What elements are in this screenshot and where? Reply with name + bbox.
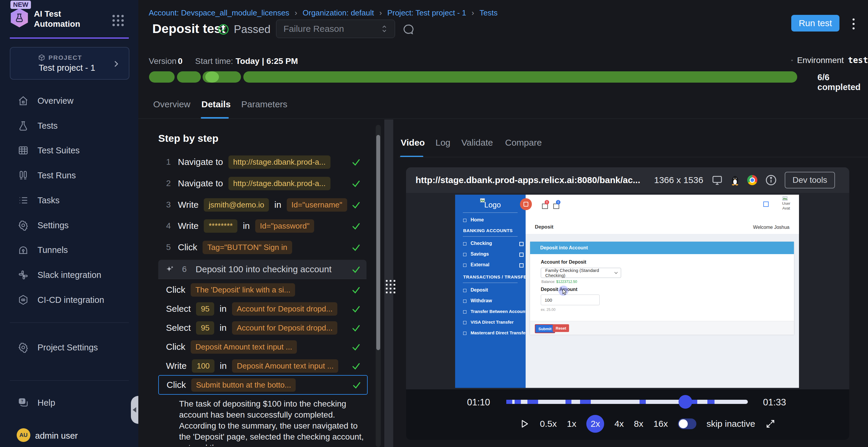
environment-value: test: [848, 55, 868, 65]
speed-1x[interactable]: 1x: [567, 419, 577, 429]
speed-2x-active[interactable]: 2x: [586, 415, 604, 433]
steps-scrollbar[interactable]: [376, 125, 381, 447]
skip-inactive-toggle[interactable]: [678, 418, 696, 429]
step-group-header[interactable]: 6 Deposit 100 into checking account: [158, 260, 367, 279]
app-launcher-icon[interactable]: [113, 15, 124, 26]
selector-chip: Deposit Amount text input ...: [191, 340, 297, 354]
user-avatar[interactable]: AU: [17, 428, 30, 442]
tab-log[interactable]: Log: [435, 138, 451, 148]
bank-content: Deposit into Account Account for Deposit…: [526, 234, 799, 388]
selector-chip: Account for Deposit dropd...: [232, 321, 337, 335]
timeline-marker: [515, 400, 521, 404]
scrollbar-thumb[interactable]: [376, 135, 380, 350]
progress-segment: [177, 71, 201, 82]
speed-0.5x[interactable]: 0.5x: [540, 419, 557, 429]
sidebar-item-test-runs[interactable]: Test Runs: [12, 166, 131, 185]
step-row-1[interactable]: 1 Navigate to http://stage.dbank.prod-a.…: [158, 153, 367, 171]
bank-nav-savings: Savings: [471, 251, 489, 257]
page-title: Deposit test: [152, 22, 225, 36]
bank-welcome-text: Welcome Joshua: [753, 225, 789, 230]
bank-logo: Logo: [484, 201, 501, 209]
substep-row-5[interactable]: Write 100 in Deposit Amount text input .…: [158, 357, 367, 375]
bank-page-title: Deposit: [535, 224, 553, 230]
breadcrumb-project[interactable]: Project: Test project - 1: [387, 8, 466, 18]
value-chip: http://stage.dbank.prod-a...: [228, 177, 331, 190]
project-name: Test project - 1: [39, 63, 95, 73]
substep-row-4[interactable]: Click Deposit Amount text input ...: [158, 338, 367, 356]
value-chip: jsmith@demo.io: [204, 198, 269, 212]
step-summary-text: The task of depositing $100 into the che…: [179, 398, 367, 446]
sidebar-item-settings[interactable]: Settings: [12, 216, 131, 235]
step-row-4[interactable]: 4 Write ******** in Id="password": [158, 217, 367, 235]
sidebar-collapse-handle[interactable]: [131, 396, 138, 424]
gear-icon: [18, 342, 29, 353]
more-options-icon[interactable]: [852, 19, 855, 29]
steps-heading: Step by step: [158, 133, 218, 144]
substep-row-3[interactable]: Select 95 in Account for Deposit dropd..…: [158, 319, 367, 337]
selector-chip: The 'Deposit' link with a si...: [191, 283, 295, 297]
tab-overview[interactable]: Overview: [153, 99, 190, 109]
info-icon[interactable]: [765, 174, 777, 186]
sidebar-item-tasks[interactable]: Tasks: [12, 191, 131, 210]
substep-row-2[interactable]: Select 95 in Account for Deposit dropd..…: [158, 300, 367, 318]
speed-4x[interactable]: 4x: [614, 419, 624, 429]
progress-segment: [243, 71, 797, 82]
tab-details[interactable]: Details: [202, 99, 230, 109]
step-row-3[interactable]: 3 Write jsmith@demo.io in Id="username": [158, 196, 367, 214]
mouse-cursor-icon: [562, 288, 567, 295]
sidebar-item-project-settings[interactable]: Project Settings: [12, 338, 131, 357]
substep-row-6-selected[interactable]: Click Submit button at the botto...: [158, 375, 368, 395]
project-selector[interactable]: PROJECT Test project - 1: [10, 47, 129, 80]
app-title: AI Test Automation: [34, 9, 105, 29]
passed-check-icon: [218, 24, 229, 35]
avatar-alt-text: User: [782, 201, 790, 206]
infinity-hexagon-icon: [18, 295, 29, 305]
sidebar-item-tests[interactable]: Tests: [12, 116, 131, 135]
breadcrumb-account[interactable]: Account: Devspace_all_module_licenses: [149, 8, 289, 18]
speed-16x[interactable]: 16x: [654, 419, 668, 429]
divider: [10, 322, 129, 323]
step-row-2[interactable]: 2 Navigate to http://stage.dbank.prod-a.…: [158, 174, 367, 193]
tab-parameters[interactable]: Parameters: [241, 99, 287, 109]
sidebar-item-slack-integration[interactable]: Slack integration: [12, 265, 131, 284]
timeline-track[interactable]: [506, 400, 748, 404]
timeline-marker: [527, 400, 538, 404]
sidebar-item-cicd-integration[interactable]: CI-CD integration: [12, 290, 131, 309]
sidebar-item-test-suites[interactable]: Test Suites: [12, 141, 131, 160]
tunnel-icon: [18, 245, 29, 255]
video-frame[interactable]: Logo Home BANKING ACCOUNTS Checking Savi…: [455, 195, 799, 388]
environment-label: Environment: [797, 56, 844, 65]
run-test-button[interactable]: Run test: [791, 15, 839, 32]
breadcrumb-tests[interactable]: Tests: [479, 8, 498, 18]
chevron-right-icon: [112, 60, 121, 68]
speed-8x[interactable]: 8x: [634, 419, 643, 429]
tab-video[interactable]: Video: [401, 138, 425, 148]
version-label: Version: [149, 57, 176, 66]
breadcrumb-organization[interactable]: Organization: default: [303, 8, 374, 18]
step-row-5[interactable]: 5 Click Tag="BUTTON" Sign in: [158, 238, 367, 256]
check-icon: [351, 323, 361, 333]
bank-account-label: Account for Deposit: [541, 260, 586, 265]
help-chat-icon: ?: [18, 398, 29, 408]
bank-sidebar: Logo Home BANKING ACCOUNTS Checking Savi…: [455, 195, 526, 388]
divider: [138, 118, 868, 119]
sidebar-item-tunnels[interactable]: Tunnels: [12, 240, 131, 260]
dev-tools-button[interactable]: Dev tools: [785, 172, 835, 188]
selector-chip: Tag="BUTTON" Sign in: [203, 241, 292, 254]
breadcrumb: Account: Devspace_all_module_licenses › …: [149, 8, 498, 18]
check-icon: [351, 304, 361, 314]
comment-icon[interactable]: [402, 23, 415, 36]
substep-row-1[interactable]: Click The 'Deposit' link with a si...: [158, 281, 367, 299]
tab-compare[interactable]: Compare: [505, 138, 542, 148]
bank-nav-transfer-between: Transfer Between Accounts: [471, 309, 529, 314]
failure-reason-select[interactable]: Failure Reason: [276, 20, 395, 38]
resize-grip-icon: [386, 280, 395, 294]
sidebar-item-help[interactable]: ? Help: [12, 393, 131, 412]
timeline-thumb[interactable]: [679, 395, 692, 409]
fullscreen-icon[interactable]: [765, 419, 775, 429]
tab-validate[interactable]: Validate: [461, 138, 493, 148]
check-icon: [351, 285, 361, 295]
play-icon[interactable]: [519, 418, 530, 429]
sidebar-item-overview[interactable]: Overview: [12, 91, 131, 110]
app-logo-icon: [10, 8, 29, 27]
